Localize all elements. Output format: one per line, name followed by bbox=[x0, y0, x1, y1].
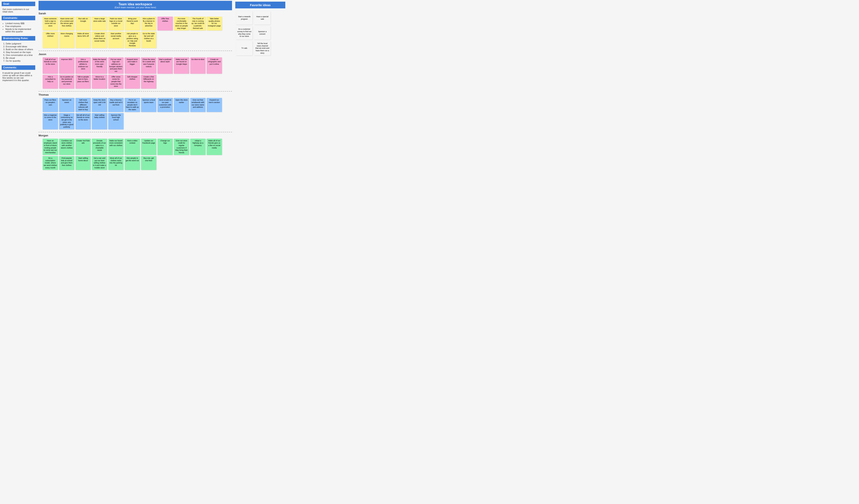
sticky-note[interactable]: Offer snow cones for people that come in… bbox=[108, 75, 124, 89]
comments-header: Comments: bbox=[2, 65, 35, 70]
sticky-note[interactable]: Put our store logo and address on bumper… bbox=[108, 57, 124, 74]
sticky-note[interactable]: Stage a controversy so we get in the new… bbox=[59, 113, 74, 129]
workspace-header: Team idea workspace (Each team member, p… bbox=[39, 1, 232, 10]
sticky-note[interactable]: Close the store for a week and see if an… bbox=[141, 57, 156, 74]
sticky-note[interactable]: Open the store earlier bbox=[174, 98, 189, 112]
favorite-sticky[interactable]: Do a customer survey to find out why the… bbox=[236, 26, 253, 40]
sticky-note[interactable]: Get a van and put our best selling cloth… bbox=[92, 156, 107, 170]
sticky-note[interactable]: Sponsor an event bbox=[59, 98, 74, 112]
sticky-note[interactable]: Bring your friend to work day! bbox=[125, 17, 140, 31]
sticky-note[interactable]: Sponsor the local high school bbox=[108, 113, 124, 129]
rule-item: Stay focused on the topic bbox=[6, 51, 34, 53]
sticky-note[interactable]: Host a video contest bbox=[125, 139, 140, 155]
sticky-note[interactable]: Combine our store clothes with another s… bbox=[59, 139, 74, 155]
sticky-note[interactable]: Expand our men's section bbox=[207, 98, 222, 112]
workspace-title: Team idea workspace bbox=[40, 2, 230, 6]
sticky-note[interactable]: Offer free clothes bbox=[157, 17, 173, 31]
jason-area: Call all of our friends to come to the s… bbox=[39, 57, 232, 90]
constraints-list: Limited money $$$Few employeesNeeds to b… bbox=[2, 21, 35, 34]
sticky-note[interactable]: Hire people to get the word out bbox=[125, 156, 140, 170]
sticky-note[interactable]: Talk to people face to face, pass out fl… bbox=[75, 75, 91, 89]
thomas-area: Pass out fliers on people's carsSponsor … bbox=[39, 97, 232, 130]
sticky-note[interactable]: Sponsor a local sports team bbox=[141, 98, 156, 112]
sticky-note[interactable]: Improve SEO bbox=[59, 57, 74, 74]
sticky-note[interactable]: Keep the store open until 2:00 AM bbox=[92, 98, 107, 112]
rule-item: One conversation at a time bbox=[6, 54, 34, 56]
sticky-note[interactable]: The Fourth of July is coming up, we coul… bbox=[190, 17, 206, 31]
sticky-note[interactable]: Put in an escalator so people don't have… bbox=[125, 98, 140, 112]
sticky-note[interactable]: Move all of our clothes racks into the p… bbox=[108, 156, 124, 170]
sticky-note[interactable]: Give out store credit for regular custom… bbox=[174, 139, 189, 155]
sticky-note[interactable]: Make all store items 50% off bbox=[75, 32, 91, 48]
rule-item: Go for quantity bbox=[6, 60, 34, 62]
sticky-note[interactable]: Sell more clothes that different culture… bbox=[75, 98, 91, 112]
left-panel: Goal: Get more customers in our retail s… bbox=[0, 0, 37, 172]
sticky-note[interactable]: Call all of our friends to come to the s… bbox=[43, 57, 58, 74]
sticky-note[interactable]: Have someone hold a sign to come into ou… bbox=[43, 17, 58, 31]
sticky-note[interactable]: Create a few billboards on the highway bbox=[141, 75, 156, 89]
jason-label: Jason bbox=[39, 53, 232, 56]
sticky-note[interactable]: Start a podcast about style! bbox=[157, 57, 173, 74]
sticky-note[interactable]: Hire a magician to come to the store bbox=[43, 113, 58, 129]
sticky-note[interactable]: Take better quality photos for our Insta… bbox=[207, 17, 222, 31]
sticky-note[interactable]: Make all of our friends give us a like o… bbox=[207, 139, 222, 155]
sticky-note[interactable]: Start selling home decor bbox=[75, 156, 91, 170]
sticky-note[interactable]: Go to parties on the weekend and promote… bbox=[59, 75, 74, 89]
sticky-note[interactable]: Start selling baby clothes bbox=[92, 113, 107, 129]
morgan-area: Have an employee stand in front of doors… bbox=[39, 138, 232, 171]
constraint-item: Needs to be implemented within this quar… bbox=[5, 28, 34, 33]
sticky-note[interactable]: More changing rooms bbox=[59, 32, 74, 48]
sticky-note[interactable]: Buy one, get one free! bbox=[141, 156, 156, 170]
sticky-note[interactable]: Have an employee stand in front of doors… bbox=[43, 139, 58, 155]
comments-text: It would be great if we could come up wi… bbox=[2, 71, 35, 82]
sticky-note[interactable]: Give out free wristbands with our store … bbox=[190, 98, 206, 112]
sticky-note[interactable]: Adopt a highway as a company bbox=[190, 139, 206, 155]
workspace-subtitle: (Each team member, put your ideas here) bbox=[40, 6, 230, 9]
goal-section: Goal: Get more customers in our retail s… bbox=[2, 2, 35, 14]
sticky-note[interactable]: Start another social media account bbox=[108, 32, 124, 48]
favorite-sticky[interactable]: Sponsor a concert bbox=[254, 26, 271, 40]
constraint-item: Limited money $$$ bbox=[5, 22, 34, 25]
sticky-note[interactable]: Hire a consultant to help us bbox=[43, 75, 58, 89]
sticky-note[interactable]: Offer more clothes! bbox=[43, 32, 58, 48]
sticky-note[interactable]: Expand store and make it bigger bbox=[125, 57, 140, 74]
sticky-note[interactable]: Move to a better location bbox=[92, 75, 107, 89]
right-panel: Favorite ideas Start a rewards programHa… bbox=[233, 0, 287, 172]
sticky-note[interactable]: Create an infographic and put it online bbox=[207, 57, 222, 74]
sticky-note[interactable]: Make sure we are found on Google Maps bbox=[174, 57, 189, 74]
sticky-note[interactable]: Sell cheaper clothes bbox=[125, 75, 140, 89]
sticky-note[interactable]: Have a large store-wide sale bbox=[92, 17, 107, 31]
morgan-label: Morgan bbox=[39, 134, 232, 137]
rule-item: Be visual bbox=[6, 57, 34, 59]
rule-item: Encourage wild ideas bbox=[6, 45, 34, 48]
sticky-note[interactable]: Run ads on Google bbox=[75, 17, 91, 31]
sticky-note[interactable]: Ask people to give us a positive rating … bbox=[125, 32, 140, 48]
thomas-label: Thomas bbox=[39, 93, 232, 96]
sticky-note[interactable]: Create short videos and share them on so… bbox=[92, 32, 107, 48]
sticky-note[interactable]: Go door-to-door bbox=[190, 57, 206, 74]
sticky-note[interactable]: Donate proceeds of our sales to a charit… bbox=[92, 139, 107, 155]
favorites-header: Favorite ideas bbox=[235, 2, 285, 9]
sticky-note[interactable]: Find popular kids at school and give the… bbox=[59, 156, 74, 170]
favorite-sticky[interactable]: TV ads bbox=[236, 41, 253, 56]
sticky-note[interactable]: Create YouTube ads bbox=[75, 139, 91, 155]
sticky-note[interactable]: Go to the state fair and sell clothes at… bbox=[141, 32, 156, 48]
sticky-note[interactable]: Make our brand more consistent with our … bbox=[108, 139, 124, 155]
sticky-note[interactable]: Make the layout of the store more user-f… bbox=[92, 57, 107, 74]
sarah-area: Have someone hold a sign to come into ou… bbox=[39, 16, 232, 49]
favorite-sticky[interactable]: Start a rewards program bbox=[236, 11, 253, 25]
sticky-note[interactable]: Paint our store logo on a mural outside … bbox=[108, 17, 124, 31]
favorite-sticky[interactable]: Have a special sale bbox=[254, 11, 271, 25]
sticky-note[interactable]: Have some sort of a contest and the winn… bbox=[59, 17, 74, 31]
sticky-note[interactable]: Update our Facebook page bbox=[141, 139, 156, 155]
sticky-note[interactable]: Pass out fliers on people's cars bbox=[43, 98, 58, 112]
sticky-note[interactable]: Hire a plane to fly a banner in the sky … bbox=[141, 17, 156, 31]
sticky-note[interactable]: Do a subscription model, where we send c… bbox=[43, 156, 58, 170]
sticky-note[interactable]: Buy a bouncy castle and set it out front bbox=[108, 98, 124, 112]
sticky-note[interactable]: Put more comfortable couches in the stor… bbox=[174, 17, 189, 31]
sticky-note[interactable]: We tell all of our friends to come to th… bbox=[75, 113, 91, 129]
sticky-note[interactable]: Send emails to our past customers with a… bbox=[157, 98, 173, 112]
sticky-note[interactable]: Change our logo bbox=[157, 139, 173, 155]
favorite-sticky[interactable]: Tell the local news channel that we exis… bbox=[254, 41, 271, 56]
sticky-note[interactable]: Hire a professional athlete to endorse o… bbox=[75, 57, 91, 74]
